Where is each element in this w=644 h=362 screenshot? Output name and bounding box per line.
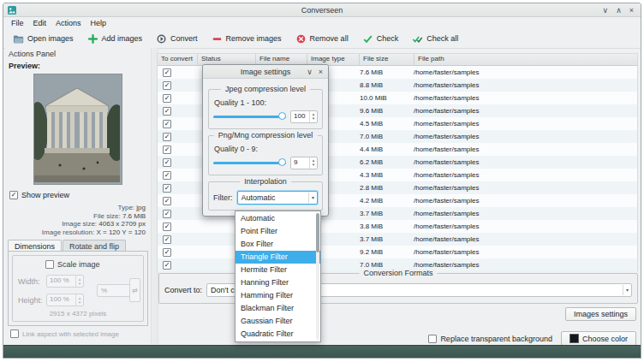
chevron-down-icon: ▾ bbox=[308, 193, 314, 203]
table-row[interactable]: ✓ 3.8 MiB /home/faster/samples bbox=[158, 220, 637, 233]
width-spinbox[interactable]: 100 % ▴▾ bbox=[46, 275, 84, 288]
remove-all-button[interactable]: Remove all bbox=[291, 32, 353, 46]
link-dimensions-button[interactable]: ⇄ bbox=[129, 278, 140, 302]
filter-option[interactable]: Point Filter bbox=[236, 225, 320, 238]
row-checkbox[interactable]: ✓ bbox=[163, 210, 171, 218]
row-file-path: /home/faster/samples bbox=[410, 107, 637, 115]
menu-actions[interactable]: Actions bbox=[51, 18, 86, 28]
dialog-titlebar[interactable]: Image settings ∨ × bbox=[203, 65, 328, 79]
minimize-icon[interactable]: ∨ bbox=[603, 6, 609, 15]
jpeg-quality-slider[interactable] bbox=[213, 111, 286, 122]
dialog-minimize-icon[interactable]: ∨ bbox=[307, 68, 313, 76]
row-checkbox[interactable]: ✓ bbox=[163, 94, 171, 103]
filter-value: Automatic bbox=[242, 193, 305, 202]
link-aspect-checkbox[interactable]: Link aspect with selected image bbox=[10, 329, 119, 338]
row-checkbox[interactable]: ✓ bbox=[163, 171, 171, 180]
row-checkbox[interactable]: ✓ bbox=[163, 107, 171, 116]
filter-option[interactable]: Blackman Filter bbox=[236, 302, 320, 315]
row-checkbox[interactable]: ✓ bbox=[163, 81, 171, 90]
screen: Converseen ∨ ∧ × File Edit Actions Help … bbox=[0, 0, 644, 362]
width-spin-buttons[interactable]: ▴▾ bbox=[75, 276, 83, 287]
col-to-convert[interactable]: To convert bbox=[158, 54, 198, 65]
dropdown-scrollbar[interactable] bbox=[316, 213, 319, 340]
info-resolution: Image resolution: X = 120 Y = 120 bbox=[5, 228, 146, 237]
filter-option[interactable]: Quadratic Filter bbox=[236, 328, 320, 341]
choose-color-button[interactable]: Choose color bbox=[561, 331, 636, 346]
row-file-size: 8.8 MiB bbox=[356, 81, 410, 89]
table-row[interactable]: ✓ 9.2 MiB /home/faster/samples bbox=[158, 246, 637, 258]
tab-dimensions[interactable]: Dimensions bbox=[8, 240, 62, 252]
row-file-size: 6.2 MiB bbox=[356, 158, 410, 166]
scrollbar-thumb[interactable] bbox=[316, 213, 319, 252]
png-group-title: Png/Mng compression level bbox=[214, 131, 318, 139]
row-file-path: /home/faster/samples bbox=[410, 133, 637, 140]
check-all-button[interactable]: Check all bbox=[408, 32, 462, 46]
row-checkbox[interactable]: ✓ bbox=[163, 158, 171, 167]
row-checkbox[interactable]: ✓ bbox=[163, 120, 171, 128]
row-checkbox[interactable]: ✓ bbox=[163, 133, 171, 141]
png-quality-spinbox[interactable]: 9 ▴▾ bbox=[290, 157, 318, 169]
height-spinbox[interactable]: 100 % ▴▾ bbox=[46, 294, 84, 306]
height-spin-buttons[interactable]: ▴▾ bbox=[75, 294, 83, 306]
interpolation-group-title: Interpolation bbox=[240, 177, 291, 186]
open-images-button[interactable]: Open images bbox=[9, 32, 78, 46]
add-images-button[interactable]: Add images bbox=[83, 32, 147, 46]
images-settings-button[interactable]: Images settings bbox=[565, 307, 636, 321]
filter-option[interactable]: Box Filter bbox=[236, 238, 320, 251]
tab-rotate-flip[interactable]: Rotate and flip bbox=[63, 240, 126, 252]
remove-images-label: Remove images bbox=[226, 34, 282, 43]
col-file-path[interactable]: File path bbox=[414, 54, 637, 65]
jpeg-compression-group: Jpeg compression level Quality 1 - 100: … bbox=[208, 89, 323, 129]
col-file-size[interactable]: File size bbox=[360, 54, 414, 65]
filter-option[interactable]: Hermite Filter bbox=[236, 264, 320, 276]
filter-combobox[interactable]: Automatic ▾ bbox=[237, 191, 319, 205]
menu-file[interactable]: File bbox=[7, 18, 28, 28]
remove-images-button[interactable]: Remove images bbox=[207, 32, 286, 46]
slider-handle[interactable] bbox=[278, 112, 286, 120]
close-icon[interactable]: × bbox=[629, 6, 634, 15]
replace-transparent-checkbox[interactable]: Replace transparent background bbox=[428, 335, 552, 343]
row-file-size: 3.7 MiB bbox=[356, 235, 410, 243]
table-row[interactable]: ✓ 3.7 MiB /home/faster/samples bbox=[158, 233, 637, 246]
info-type: Type: jpg bbox=[5, 204, 146, 212]
row-checkbox[interactable]: ✓ bbox=[163, 68, 171, 77]
jpeg-quality-spinbox[interactable]: 100 ▴▾ bbox=[290, 110, 318, 123]
height-value: 100 % bbox=[47, 294, 75, 306]
convert-label: Convert bbox=[170, 34, 198, 43]
dialog-close-icon[interactable]: × bbox=[319, 68, 323, 76]
filter-option[interactable]: Automatic bbox=[236, 212, 320, 225]
row-file-size: 7.0 MiB bbox=[356, 133, 410, 140]
row-checkbox[interactable]: ✓ bbox=[163, 248, 171, 257]
row-checkbox[interactable]: ✓ bbox=[163, 223, 171, 231]
png-spin-buttons[interactable]: ▴▾ bbox=[309, 157, 317, 169]
png-quality-slider[interactable] bbox=[213, 157, 286, 169]
menu-edit[interactable]: Edit bbox=[29, 18, 51, 28]
check-label: Check bbox=[377, 34, 399, 43]
choose-color-label: Choose color bbox=[582, 335, 628, 343]
convert-button[interactable]: Convert bbox=[152, 32, 202, 46]
row-file-size: 9.6 MiB bbox=[356, 107, 410, 115]
check-button[interactable]: Check bbox=[358, 32, 403, 46]
row-checkbox[interactable]: ✓ bbox=[163, 235, 171, 244]
scale-image-checkbox[interactable]: Scale image bbox=[45, 260, 100, 269]
titlebar[interactable]: Converseen ∨ ∧ × bbox=[3, 3, 641, 17]
show-preview-checkbox[interactable]: ✓ Show preview bbox=[9, 191, 69, 199]
row-checkbox[interactable]: ✓ bbox=[163, 145, 171, 154]
row-checkbox[interactable]: ✓ bbox=[163, 261, 171, 270]
filter-option[interactable]: Gaussian Filter bbox=[236, 315, 320, 328]
row-checkbox[interactable]: ✓ bbox=[163, 184, 171, 193]
menu-help[interactable]: Help bbox=[86, 18, 111, 28]
row-checkbox[interactable]: ✓ bbox=[163, 197, 171, 205]
conversion-formats-title: Conversion Formats bbox=[359, 269, 437, 277]
maximize-icon[interactable]: ∧ bbox=[616, 6, 622, 15]
filter-option[interactable]: Hanning Filter bbox=[236, 276, 320, 289]
jpeg-spin-buttons[interactable]: ▴▾ bbox=[309, 111, 317, 122]
show-preview-label: Show preview bbox=[21, 191, 69, 199]
filter-option[interactable]: Hamming Filter bbox=[236, 289, 320, 302]
slider-handle[interactable] bbox=[278, 158, 286, 166]
color-swatch-icon bbox=[569, 334, 579, 343]
link-icon: ⇄ bbox=[132, 287, 138, 294]
filter-option[interactable]: Triangle Filter bbox=[236, 251, 320, 264]
spin-down-icon: ▾ bbox=[79, 282, 81, 286]
height-label: Height: bbox=[18, 296, 44, 305]
